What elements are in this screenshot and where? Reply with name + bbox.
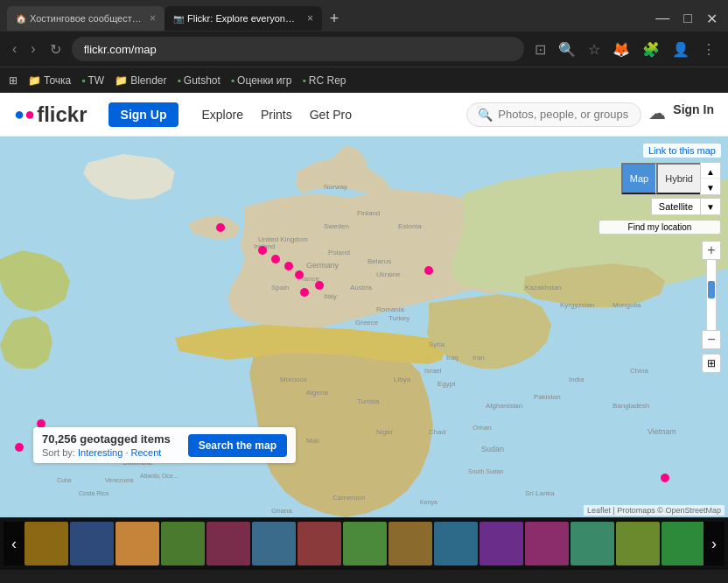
tab-2-title: Flickr: Explore everyone's phot... bbox=[187, 13, 300, 24]
svg-point-60 bbox=[271, 255, 280, 263]
bookmark-blender[interactable]: 📁 Blender bbox=[115, 74, 166, 87]
photo-thumb-5[interactable] bbox=[252, 522, 296, 565]
map-view-satellite[interactable]: Satellite bbox=[651, 198, 701, 215]
svg-text:Kyrgyzstan: Kyrgyzstan bbox=[560, 301, 595, 309]
photo-thumb-10[interactable] bbox=[480, 522, 523, 565]
ratings-icon: ▪ bbox=[231, 74, 234, 87]
upload-cloud-icon[interactable]: ☁ bbox=[648, 102, 666, 127]
nav-explore[interactable]: Explore bbox=[201, 108, 242, 122]
profile-avatar[interactable]: 👤 bbox=[668, 38, 693, 61]
photo-strip: ‹ › bbox=[0, 517, 728, 570]
svg-text:Vietnam: Vietnam bbox=[648, 427, 676, 436]
strip-next-button[interactable]: › bbox=[704, 522, 724, 565]
bookmark-tw[interactable]: ▪ TW bbox=[81, 74, 104, 87]
zoom-in-button[interactable]: + bbox=[702, 241, 721, 260]
svg-text:Kenya: Kenya bbox=[420, 499, 438, 506]
tw-icon: ▪ bbox=[81, 74, 85, 87]
svg-point-68 bbox=[661, 474, 669, 482]
bookmark-ratings[interactable]: ▪ Оценки игр bbox=[231, 74, 292, 87]
svg-point-67 bbox=[15, 443, 24, 452]
flickr-logo[interactable]: ●● flickr bbox=[14, 102, 88, 127]
svg-text:Egypt: Egypt bbox=[438, 380, 456, 388]
search-map-button[interactable]: Search the map bbox=[188, 434, 287, 457]
map-arrow-right[interactable]: ▼ bbox=[701, 199, 720, 214]
svg-text:Bangladesh: Bangladesh bbox=[612, 402, 649, 410]
back-button[interactable]: ‹ bbox=[9, 38, 20, 60]
map-arrow-down[interactable]: ▼ bbox=[701, 179, 720, 194]
search-input[interactable] bbox=[498, 108, 630, 121]
extensions-icon[interactable]: 🧩 bbox=[639, 38, 663, 61]
svg-point-61 bbox=[284, 262, 293, 270]
signin-button[interactable]: Sign In bbox=[673, 102, 714, 127]
tab-1-close[interactable]: × bbox=[150, 12, 156, 25]
minimize-button[interactable]: — bbox=[652, 7, 673, 30]
profile-icon[interactable]: 🦊 bbox=[609, 38, 634, 61]
svg-text:Sweden: Sweden bbox=[324, 222, 349, 230]
rc-icon: ▪ bbox=[303, 74, 306, 87]
photo-thumb-14[interactable] bbox=[662, 522, 704, 565]
full-screen-button[interactable]: ⊞ bbox=[702, 354, 721, 373]
photo-thumb-13[interactable] bbox=[616, 522, 660, 565]
svg-text:Ukraine: Ukraine bbox=[376, 270, 401, 278]
photo-thumb-1[interactable] bbox=[70, 522, 114, 565]
sort-info: Sort by: Interesting · Recent bbox=[42, 447, 171, 458]
bookmark-gutshot[interactable]: ▪ Gutshot bbox=[178, 74, 220, 87]
nav-prints[interactable]: Prints bbox=[261, 108, 292, 122]
tab-2-close[interactable]: × bbox=[307, 12, 313, 25]
map-view-map-button[interactable]: Map bbox=[621, 163, 656, 194]
photo-thumb-12[interactable] bbox=[570, 522, 614, 565]
nav-getpro[interactable]: Get Pro bbox=[310, 108, 352, 122]
svg-text:Niger: Niger bbox=[376, 428, 393, 436]
photo-thumb-6[interactable] bbox=[298, 522, 341, 565]
svg-text:Syria: Syria bbox=[429, 341, 445, 348]
find-location-button[interactable]: Find my location bbox=[598, 220, 721, 235]
svg-text:Costa Rica: Costa Rica bbox=[79, 490, 108, 496]
bookmark-grid[interactable]: ⊞ bbox=[9, 74, 18, 87]
svg-text:Chad: Chad bbox=[429, 428, 445, 436]
sort-recent[interactable]: Recent bbox=[131, 447, 162, 458]
svg-point-63 bbox=[300, 288, 309, 297]
svg-text:Iran: Iran bbox=[472, 354, 485, 362]
signup-button[interactable]: Sign Up bbox=[108, 102, 179, 127]
photo-thumb-7[interactable] bbox=[343, 522, 387, 565]
photo-thumb-2[interactable] bbox=[116, 522, 159, 565]
svg-text:Morocco: Morocco bbox=[280, 376, 307, 383]
map-arrow-up[interactable]: ▲ bbox=[701, 163, 720, 179]
flickr-header: ●● flickr Sign Up Explore Prints Get Pro… bbox=[0, 93, 728, 137]
photo-thumb-4[interactable] bbox=[206, 522, 250, 565]
map-view-hybrid-button[interactable]: Hybrid bbox=[656, 163, 700, 194]
map-container[interactable]: Germany Poland Belarus Ukraine France Sp… bbox=[0, 137, 728, 517]
svg-text:Cuba: Cuba bbox=[57, 477, 72, 483]
zoom-out-button[interactable]: − bbox=[702, 330, 721, 349]
menu-button[interactable]: ⋮ bbox=[698, 38, 719, 61]
maximize-button[interactable]: □ bbox=[680, 7, 696, 30]
tab-1[interactable]: 🏠 Хостинговое сообщество «Ti... × bbox=[7, 6, 164, 31]
svg-text:Iraq: Iraq bbox=[446, 354, 458, 362]
photo-thumb-3[interactable] bbox=[161, 522, 205, 565]
photo-thumb-0[interactable] bbox=[24, 522, 68, 565]
footer-links: About Jobs Blog Advertise Developers Coo… bbox=[0, 578, 728, 584]
new-tab-button[interactable]: + bbox=[322, 6, 346, 31]
tab-bar: 🏠 Хостинговое сообщество «Ti... × 📷 Flic… bbox=[0, 0, 728, 32]
link-to-map-button[interactable]: Link to this map bbox=[643, 144, 721, 158]
close-button[interactable]: ✕ bbox=[703, 7, 721, 31]
search-icon[interactable]: 🔍 bbox=[555, 38, 579, 61]
bookmark-icon[interactable]: ☆ bbox=[584, 38, 604, 61]
bookmark-tochka[interactable]: 📁 Точка bbox=[28, 74, 71, 87]
forward-button[interactable]: › bbox=[27, 38, 38, 60]
cast-icon[interactable]: ⊡ bbox=[531, 38, 550, 61]
strip-prev-button[interactable]: ‹ bbox=[4, 522, 24, 565]
browser-chrome: 🏠 Хостинговое сообщество «Ti... × 📷 Flic… bbox=[0, 0, 728, 93]
photo-thumb-9[interactable] bbox=[434, 522, 478, 565]
svg-text:Tunisia: Tunisia bbox=[357, 397, 380, 405]
photo-thumb-11[interactable] bbox=[525, 522, 569, 565]
svg-text:Turkey: Turkey bbox=[388, 314, 410, 322]
photo-thumb-8[interactable] bbox=[388, 522, 432, 565]
reload-button[interactable]: ↻ bbox=[46, 38, 65, 61]
tab-2[interactable]: 📷 Flickr: Explore everyone's phot... × bbox=[164, 6, 322, 31]
bookmark-rc[interactable]: ▪ RC Rep bbox=[303, 74, 346, 87]
sort-interesting[interactable]: Interesting bbox=[78, 447, 122, 458]
address-bar[interactable] bbox=[72, 37, 524, 61]
svg-text:Atlantic Oce...: Atlantic Oce... bbox=[140, 473, 178, 479]
svg-text:Israel: Israel bbox=[424, 367, 442, 375]
